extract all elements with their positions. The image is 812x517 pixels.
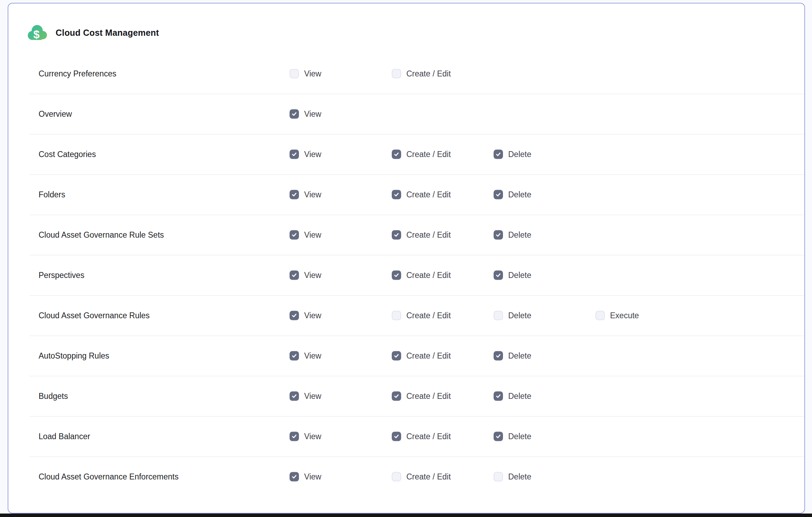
checkbox-label-view[interactable]: View <box>304 150 321 159</box>
checkbox-view[interactable] <box>290 472 299 482</box>
permission-row: Cloud Asset Governance Rule Sets ViewCre… <box>8 215 804 255</box>
permission-create-edit: Create / Edit <box>392 351 451 361</box>
checkbox-create-edit[interactable] <box>392 392 401 401</box>
checkbox-label-view[interactable]: View <box>304 109 321 119</box>
checkbox-view[interactable] <box>290 392 299 401</box>
checkbox-delete[interactable] <box>494 230 503 240</box>
checkbox-label-view[interactable]: View <box>304 311 321 320</box>
checkbox-label-delete[interactable]: Delete <box>508 472 531 482</box>
permission-delete: Delete <box>494 311 531 320</box>
checkbox-label-view[interactable]: View <box>304 230 321 240</box>
permission-create-edit: Create / Edit <box>392 150 451 159</box>
checkbox-delete[interactable] <box>494 311 503 320</box>
checkbox-view[interactable] <box>290 69 299 79</box>
permission-create-edit: Create / Edit <box>392 472 451 482</box>
row-label: Budgets <box>39 392 68 401</box>
row-label: Folders <box>39 190 65 199</box>
checkbox-label-delete[interactable]: Delete <box>508 150 531 159</box>
checkbox-label-create-edit[interactable]: Create / Edit <box>406 392 451 401</box>
checkbox-view[interactable] <box>290 230 299 240</box>
checkbox-label-delete[interactable]: Delete <box>508 432 531 441</box>
checkbox-label-delete[interactable]: Delete <box>508 392 531 401</box>
checkbox-label-view[interactable]: View <box>304 472 321 482</box>
checkbox-delete[interactable] <box>494 432 503 441</box>
checkbox-execute[interactable] <box>595 311 605 320</box>
checkbox-label-create-edit[interactable]: Create / Edit <box>406 311 451 320</box>
permission-create-edit: Create / Edit <box>392 311 451 320</box>
checkbox-label-view[interactable]: View <box>304 392 321 401</box>
checkbox-label-delete[interactable]: Delete <box>508 351 531 361</box>
permission-row: Currency Preferences ViewCreate / Edit <box>8 54 804 94</box>
bottom-edge <box>0 514 812 517</box>
checkbox-delete[interactable] <box>494 351 503 361</box>
permission-delete: Delete <box>494 271 531 280</box>
checkbox-create-edit[interactable] <box>392 432 401 441</box>
checkbox-create-edit[interactable] <box>392 271 401 280</box>
checkbox-label-execute[interactable]: Execute <box>610 311 639 320</box>
checkbox-label-delete[interactable]: Delete <box>508 190 531 199</box>
checkbox-create-edit[interactable] <box>392 311 401 320</box>
permission-row: Cost Categories ViewCreate / EditDelete <box>8 134 804 174</box>
permission-view: View <box>290 271 321 280</box>
row-label: Cloud Asset Governance Rules <box>39 311 150 320</box>
checkbox-label-view[interactable]: View <box>304 190 321 199</box>
checkbox-delete[interactable] <box>494 150 503 159</box>
checkbox-view[interactable] <box>290 109 299 119</box>
checkbox-label-view[interactable]: View <box>304 69 321 79</box>
checkbox-label-create-edit[interactable]: Create / Edit <box>406 69 451 79</box>
checkbox-view[interactable] <box>290 311 299 320</box>
cloud-dollar-icon: $ <box>27 24 47 41</box>
checkbox-label-create-edit[interactable]: Create / Edit <box>406 472 451 482</box>
checkbox-label-create-edit[interactable]: Create / Edit <box>406 230 451 240</box>
checkbox-view[interactable] <box>290 150 299 159</box>
checkbox-create-edit[interactable] <box>392 190 401 199</box>
checkbox-delete[interactable] <box>494 271 503 280</box>
permission-view: View <box>290 311 321 320</box>
permission-view: View <box>290 150 321 159</box>
row-label: Cost Categories <box>39 150 96 159</box>
permissions-card: $ Cloud Cost Management Currency Prefere… <box>8 3 805 514</box>
checkbox-create-edit[interactable] <box>392 150 401 159</box>
permission-view: View <box>290 351 321 361</box>
checkbox-label-delete[interactable]: Delete <box>508 271 531 280</box>
permission-create-edit: Create / Edit <box>392 230 451 240</box>
checkbox-label-view[interactable]: View <box>304 351 321 361</box>
row-label: Cloud Asset Governance Rule Sets <box>39 230 164 240</box>
permission-row: Cloud Asset Governance Rules ViewCreate … <box>8 295 804 336</box>
checkbox-create-edit[interactable] <box>392 351 401 361</box>
permission-delete: Delete <box>494 230 531 240</box>
checkbox-delete[interactable] <box>494 472 503 482</box>
checkbox-create-edit[interactable] <box>392 230 401 240</box>
permission-create-edit: Create / Edit <box>392 432 451 441</box>
checkbox-label-create-edit[interactable]: Create / Edit <box>406 271 451 280</box>
svg-text:$: $ <box>33 28 40 41</box>
checkbox-view[interactable] <box>290 351 299 361</box>
row-label: Load Balancer <box>39 432 90 441</box>
checkbox-view[interactable] <box>290 271 299 280</box>
checkbox-label-view[interactable]: View <box>304 432 321 441</box>
permission-delete: Delete <box>494 190 531 199</box>
permission-view: View <box>290 432 321 441</box>
row-label: Currency Preferences <box>39 69 116 79</box>
checkbox-label-delete[interactable]: Delete <box>508 311 531 320</box>
checkbox-label-create-edit[interactable]: Create / Edit <box>406 150 451 159</box>
checkbox-create-edit[interactable] <box>392 69 401 79</box>
permission-create-edit: Create / Edit <box>392 190 451 199</box>
row-label: AutoStopping Rules <box>39 351 109 361</box>
checkbox-delete[interactable] <box>494 190 503 199</box>
permission-row: Perspectives ViewCreate / EditDelete <box>8 255 804 295</box>
checkbox-create-edit[interactable] <box>392 472 401 482</box>
permission-create-edit: Create / Edit <box>392 392 451 401</box>
checkbox-label-create-edit[interactable]: Create / Edit <box>406 190 451 199</box>
checkbox-delete[interactable] <box>494 392 503 401</box>
checkbox-label-create-edit[interactable]: Create / Edit <box>406 432 451 441</box>
permission-view: View <box>290 190 321 199</box>
checkbox-label-view[interactable]: View <box>304 271 321 280</box>
checkbox-view[interactable] <box>290 190 299 199</box>
permission-delete: Delete <box>494 472 531 482</box>
permission-create-edit: Create / Edit <box>392 271 451 280</box>
checkbox-label-delete[interactable]: Delete <box>508 230 531 240</box>
checkbox-view[interactable] <box>290 432 299 441</box>
permission-delete: Delete <box>494 392 531 401</box>
checkbox-label-create-edit[interactable]: Create / Edit <box>406 351 451 361</box>
